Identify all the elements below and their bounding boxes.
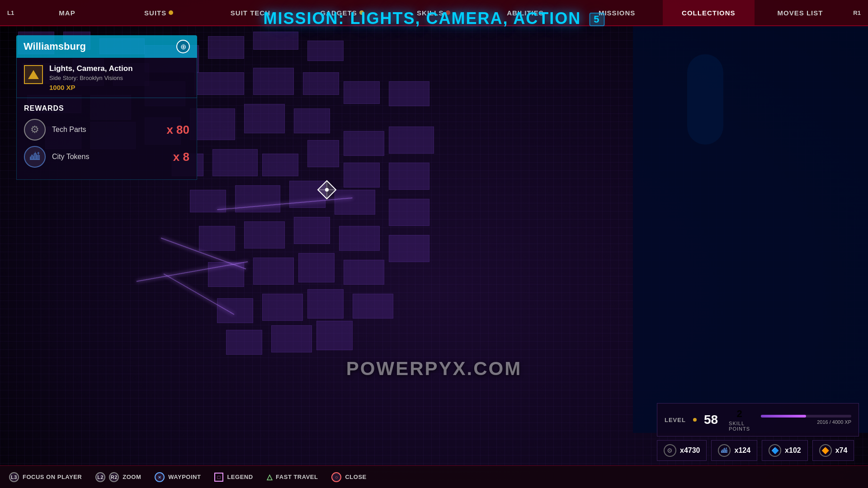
svg-point-3 bbox=[325, 188, 329, 192]
triangle-button: △ bbox=[267, 473, 273, 481]
city-tokens-icon: 🏙 bbox=[24, 146, 46, 168]
resource-city-tokens-3: 🔶 x74 bbox=[812, 440, 854, 461]
tech-parts-count: x4730 bbox=[680, 446, 700, 455]
suits-notification-dot bbox=[169, 10, 173, 15]
reward-row-city-tokens: 🏙 City Tokens x 8 bbox=[24, 146, 189, 168]
legend-button[interactable]: □ LEGEND bbox=[214, 473, 253, 482]
l3-button: L3 bbox=[9, 472, 19, 482]
waypoint-button[interactable]: × WAYPOINT bbox=[155, 472, 201, 482]
legend-label: LEGEND bbox=[227, 474, 253, 480]
xp-bar-fill bbox=[761, 415, 806, 418]
xp-bar-container: 2016 / 4000 XP bbox=[761, 415, 851, 425]
fast-travel-button[interactable]: △ FAST TRAVEL bbox=[267, 473, 318, 481]
level-separator-dot bbox=[693, 418, 697, 422]
bottom-hud: L3 FOCUS ON PLAYER L2 R2 ZOOM × WAYPOINT… bbox=[0, 465, 868, 488]
l2-button: L2 bbox=[95, 472, 105, 482]
tech-parts-amount: x 80 bbox=[166, 123, 189, 137]
nav-item-moves-list[interactable]: MOVES LIST bbox=[755, 0, 846, 25]
xp-text: 2016 / 4000 XP bbox=[761, 419, 851, 425]
player-position-icon bbox=[316, 178, 338, 201]
skill-points-label: SKILLPOINTS bbox=[729, 421, 750, 432]
zoom-label: ZOOM bbox=[123, 474, 141, 480]
player-marker bbox=[316, 178, 338, 203]
watermark: POWERPYX.COM bbox=[346, 358, 522, 380]
nav-corner-left: L1 bbox=[0, 9, 21, 16]
mission-type-icon bbox=[24, 65, 43, 84]
location-name: Williamsburg bbox=[24, 41, 86, 52]
r2-button: R2 bbox=[109, 472, 119, 482]
nav-corner-right: R1 bbox=[846, 9, 868, 16]
level-bar: LEVEL 58 2 SKILLPOINTS 2016 / 4000 XP bbox=[657, 403, 859, 436]
mission-info-panel: Lights, Camera, Action Side Story: Brook… bbox=[16, 58, 197, 98]
location-pin-icon: ⊕ bbox=[176, 40, 190, 53]
bottom-right-stats: LEVEL 58 2 SKILLPOINTS 2016 / 4000 XP ⚙ … bbox=[657, 403, 859, 461]
focus-label: FOCUS ON PLAYER bbox=[23, 474, 82, 480]
x-button: × bbox=[155, 472, 165, 482]
circle-button: ○ bbox=[331, 472, 341, 482]
city-token-3-icon: 🔶 bbox=[819, 444, 832, 457]
city-token-2-count: x102 bbox=[785, 446, 801, 455]
city-tokens-label: City Tokens bbox=[52, 153, 167, 161]
mission-name: Lights, Camera, Action bbox=[49, 64, 189, 73]
level-label: LEVEL bbox=[665, 417, 686, 423]
nav-item-map[interactable]: MAP bbox=[21, 0, 113, 25]
nav-item-suits[interactable]: SUITS bbox=[113, 0, 205, 25]
waypoint-label: WAYPOINT bbox=[168, 474, 201, 480]
square-button: □ bbox=[214, 473, 223, 482]
rewards-title: REWARDS bbox=[24, 104, 189, 113]
resource-counters: ⚙ x4730 🏙 x124 🔷 x102 🔶 x74 bbox=[657, 440, 859, 461]
close-button[interactable]: ○ CLOSE bbox=[331, 472, 366, 482]
nav-item-collections[interactable]: COLLECTIONS bbox=[663, 0, 755, 25]
xp-bar-background bbox=[761, 415, 851, 418]
focus-on-player-button[interactable]: L3 FOCUS ON PLAYER bbox=[9, 472, 82, 482]
mission-details: Lights, Camera, Action Side Story: Brook… bbox=[49, 64, 189, 91]
mission-subtitle: Side Story: Brooklyn Visions bbox=[49, 75, 189, 81]
skill-points-value: 2 bbox=[736, 408, 742, 420]
mission-title: MISSION: LIGHTS, CAMERA, ACTION 5 bbox=[264, 9, 605, 28]
tech-parts-icon: ⚙ bbox=[24, 119, 46, 141]
mission-xp: 1000 XP bbox=[49, 84, 189, 91]
chevron-icon bbox=[28, 70, 39, 79]
city-token-1-count: x124 bbox=[734, 446, 750, 455]
mission-badge: 5 bbox=[589, 13, 604, 26]
city-tokens-amount: x 8 bbox=[173, 150, 189, 164]
rewards-panel: REWARDS ⚙ Tech Parts x 80 🏙 City Tokens … bbox=[16, 98, 197, 180]
reward-row-tech-parts: ⚙ Tech Parts x 80 bbox=[24, 119, 189, 141]
resource-city-tokens-2: 🔷 x102 bbox=[762, 440, 808, 461]
city-token-2-icon: 🔷 bbox=[769, 444, 781, 457]
fast-travel-label: FAST TRAVEL bbox=[276, 474, 318, 480]
location-header: Williamsburg ⊕ bbox=[16, 35, 197, 58]
tech-parts-resource-icon: ⚙ bbox=[664, 444, 676, 457]
tech-parts-label: Tech Parts bbox=[52, 126, 160, 134]
resource-city-tokens-1: 🏙 x124 bbox=[711, 440, 757, 461]
city-token-1-icon: 🏙 bbox=[718, 444, 731, 457]
city-token-3-count: x74 bbox=[835, 446, 848, 455]
resource-tech-parts: ⚙ x4730 bbox=[657, 440, 707, 461]
info-panel: Williamsburg ⊕ Lights, Camera, Action Si… bbox=[16, 35, 197, 180]
level-value: 58 bbox=[704, 413, 718, 427]
zoom-button[interactable]: L2 R2 ZOOM bbox=[95, 472, 141, 482]
close-label: CLOSE bbox=[345, 474, 366, 480]
